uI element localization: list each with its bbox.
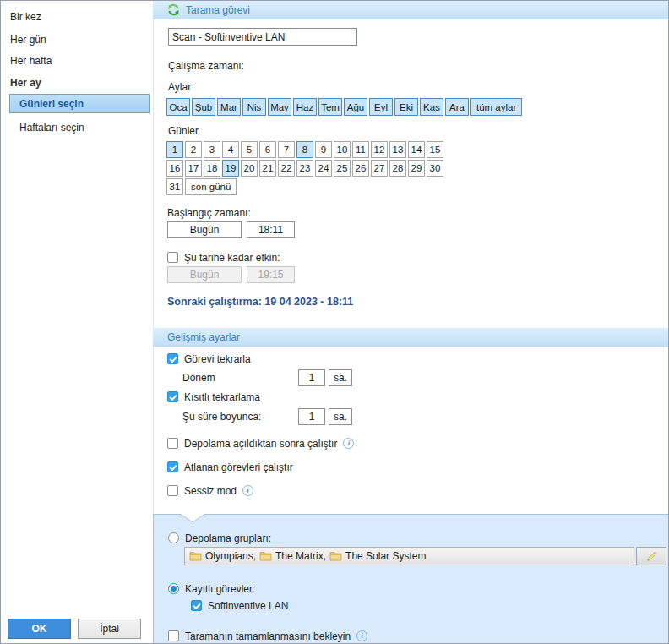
sidebar-item-daily[interactable]: Her gün — [10, 34, 46, 46]
day-button[interactable]: 16 — [166, 160, 183, 177]
day-button[interactable]: 6 — [259, 141, 276, 158]
info-icon — [356, 630, 367, 641]
wait-completion-checkbox[interactable] — [168, 630, 179, 641]
checkbox-row-silent-mode: Sessiz mod — [167, 484, 253, 497]
day-button[interactable]: 5 — [241, 141, 258, 158]
duration-label: Şu süre boyunca: — [182, 411, 261, 423]
month-button[interactable]: Ara — [445, 98, 469, 116]
months-row: OcaŞubMarNisMayHazTemAğuEylEkiKasAratüm … — [166, 98, 522, 116]
storage-group-name: The Solar System — [345, 550, 426, 562]
cancel-button[interactable]: İptal — [78, 619, 141, 639]
folder-icon — [189, 551, 202, 561]
day-button[interactable]: 25 — [334, 160, 351, 177]
day-button[interactable]: 19 — [222, 160, 239, 177]
day-button[interactable]: 22 — [278, 160, 295, 177]
day-button[interactable]: 11 — [352, 141, 369, 158]
repeat-task-checkbox[interactable] — [167, 353, 178, 364]
active-until-label: Şu tarihe kadar etkin: — [184, 252, 280, 264]
day-button[interactable]: 4 — [222, 141, 239, 158]
run-after-open-checkbox[interactable] — [167, 438, 178, 449]
start-time-field[interactable]: 18:11 — [247, 221, 295, 238]
day-button[interactable]: 23 — [296, 160, 313, 177]
storage-groups-radio[interactable] — [168, 532, 179, 543]
month-button[interactable]: Kas — [420, 98, 443, 116]
storage-groups-value[interactable]: Olympians,The Matrix,The Solar System — [184, 547, 634, 565]
sidebar-item-monthly[interactable]: Her ay — [10, 77, 41, 89]
limited-repeat-checkbox[interactable] — [167, 391, 178, 402]
day-button[interactable]: 30 — [427, 160, 443, 177]
duration-value-field[interactable]: 1 — [298, 408, 325, 425]
month-button[interactable]: Mar — [217, 98, 241, 116]
day-button[interactable]: 8 — [296, 141, 313, 158]
checkbox-row-limited-repeat: Kısıtlı tekrarlama — [167, 390, 260, 403]
sidebar-item-once[interactable]: Bir kez — [10, 11, 41, 23]
edit-storage-groups-button[interactable] — [636, 547, 666, 565]
month-button[interactable]: Tem — [318, 98, 342, 116]
month-button[interactable]: Eki — [394, 98, 418, 116]
day-button[interactable]: 2 — [185, 141, 202, 158]
sidebar-item-select-days[interactable]: Günleri seçin — [9, 94, 150, 113]
day-button[interactable]: 9 — [315, 141, 332, 158]
run-skipped-label: Atlanan görevleri çalıştır — [184, 461, 293, 473]
day-button[interactable]: 29 — [408, 160, 425, 177]
storage-group-name: Olympians, — [205, 550, 256, 562]
day-button[interactable]: 12 — [371, 141, 388, 158]
next-run-text: Sonraki çalıştırma: 19 04 2023 - 18:11 — [167, 296, 353, 308]
ok-button[interactable]: OK — [8, 619, 71, 639]
month-button[interactable]: Şub — [192, 98, 215, 116]
scan-task-refresh-icon — [167, 3, 180, 16]
active-until-checkbox[interactable] — [167, 252, 178, 263]
run-after-open-label: Depolama açıldıktan sonra çalıştır — [184, 438, 337, 450]
period-value-field[interactable]: 1 — [298, 369, 325, 386]
day-button[interactable]: 27 — [371, 160, 388, 177]
folder-icon — [259, 551, 272, 561]
month-button[interactable]: Eyl — [369, 98, 393, 116]
all-months-button[interactable]: tüm aylar — [470, 98, 522, 116]
day-button[interactable]: 3 — [204, 141, 220, 158]
sidebar-item-select-weeks[interactable]: Haftaları seçin — [19, 122, 84, 134]
day-button[interactable]: 28 — [389, 160, 406, 177]
day-button[interactable]: 10 — [334, 141, 351, 158]
silent-mode-checkbox[interactable] — [167, 485, 178, 496]
days-label: Günler — [168, 125, 199, 137]
month-button[interactable]: Ağu — [344, 98, 367, 116]
day-button[interactable]: 26 — [352, 160, 369, 177]
sidebar-item-weekly[interactable]: Her hafta — [10, 55, 52, 67]
until-date-field: Bugün — [167, 266, 242, 283]
saved-tasks-label: Kayıtlı görevler: — [185, 583, 255, 595]
start-date-field[interactable]: Bugün — [167, 221, 242, 238]
day-button[interactable]: 18 — [204, 160, 220, 177]
task-name-input[interactable] — [168, 28, 357, 46]
day-button[interactable]: 7 — [278, 141, 295, 158]
day-button[interactable]: 24 — [315, 160, 332, 177]
month-button[interactable]: Nis — [242, 98, 266, 116]
period-label: Dönem — [182, 372, 215, 384]
day-button[interactable]: 20 — [241, 160, 258, 177]
day-button[interactable]: 13 — [389, 141, 406, 158]
silent-mode-label: Sessiz mod — [184, 485, 237, 497]
day-button[interactable]: 31 — [166, 178, 183, 195]
section-header-task: Tarama görevi — [153, 1, 669, 19]
day-button[interactable]: 15 — [427, 141, 443, 158]
day-button[interactable]: 14 — [408, 141, 425, 158]
schedule-dialog: Bir kez Her gün Her hafta Her ay Günleri… — [0, 0, 669, 644]
period-unit-field[interactable]: sa. — [329, 369, 352, 386]
month-button[interactable]: Haz — [293, 98, 317, 116]
run-skipped-checkbox[interactable] — [167, 461, 178, 472]
storage-group-name: The Matrix, — [275, 550, 326, 562]
saved-tasks-radio[interactable] — [168, 583, 179, 594]
saved-task-label: Softinventive LAN — [208, 600, 288, 612]
month-button[interactable]: Oca — [166, 98, 190, 116]
day-button[interactable]: 1 — [166, 141, 183, 158]
month-button[interactable]: May — [268, 98, 291, 116]
checkbox-row-saved-task-item: Softinventive LAN — [191, 599, 288, 612]
saved-task-checkbox[interactable] — [191, 600, 202, 611]
day-button[interactable]: 17 — [185, 160, 202, 177]
pencil-icon — [645, 550, 658, 563]
start-time-label: Başlangıç zamanı: — [167, 207, 251, 219]
last-day-button[interactable]: son günü — [185, 178, 237, 195]
day-button[interactable]: 21 — [259, 160, 276, 177]
run-time-label: Çalışma zamanı: — [168, 60, 244, 72]
months-label: Aylar — [168, 81, 191, 93]
duration-unit-field[interactable]: sa. — [329, 408, 352, 425]
